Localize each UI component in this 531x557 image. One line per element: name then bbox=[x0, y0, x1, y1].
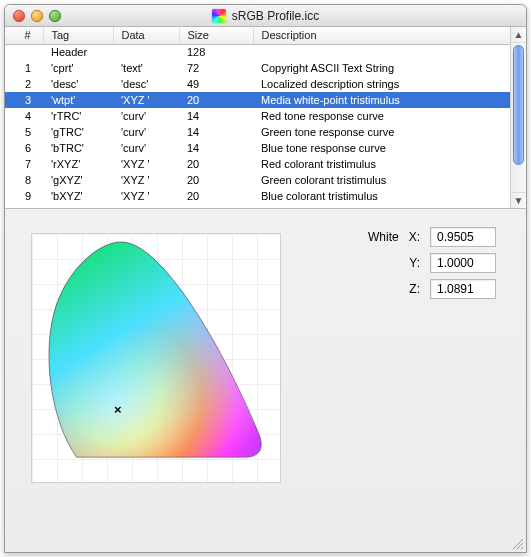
detail-pane: × White X: Y: Z: bbox=[5, 209, 526, 552]
col-header-num[interactable]: # bbox=[5, 27, 43, 44]
cell-data: 'curv' bbox=[113, 140, 179, 156]
cell-tag: 'gXYZ' bbox=[43, 172, 113, 188]
cell-num: 9 bbox=[5, 188, 43, 204]
tag-table: # Tag Data Size Description Header1281'c… bbox=[5, 27, 510, 204]
cell-num: 8 bbox=[5, 172, 43, 188]
cell-data: 'XYZ ' bbox=[113, 188, 179, 204]
cell-desc: Media white-point tristimulus bbox=[253, 92, 510, 108]
window-title-area: sRGB Profile.icc bbox=[5, 9, 526, 23]
cell-data: 'text' bbox=[113, 60, 179, 76]
cell-data: 'XYZ ' bbox=[113, 156, 179, 172]
cell-tag: 'desc' bbox=[43, 76, 113, 92]
resize-grip-icon[interactable] bbox=[510, 536, 524, 550]
cell-size: 20 bbox=[179, 92, 253, 108]
cell-num: 2 bbox=[5, 76, 43, 92]
cell-num: 5 bbox=[5, 124, 43, 140]
window-title: sRGB Profile.icc bbox=[232, 9, 319, 23]
table-row[interactable]: Header128 bbox=[5, 44, 510, 60]
cell-tag: 'gTRC' bbox=[43, 124, 113, 140]
cell-desc: Blue tone response curve bbox=[253, 140, 510, 156]
label-x: X: bbox=[409, 230, 422, 244]
table-row[interactable]: 8'gXYZ''XYZ '20Green colorant tristimulu… bbox=[5, 172, 510, 188]
cell-size: 20 bbox=[179, 188, 253, 204]
cell-tag: 'wtpt' bbox=[43, 92, 113, 108]
col-header-tag[interactable]: Tag bbox=[43, 27, 113, 44]
cell-data bbox=[113, 44, 179, 60]
table-row[interactable]: 6'bTRC''curv'14Blue tone response curve bbox=[5, 140, 510, 156]
cell-desc: Green tone response curve bbox=[253, 124, 510, 140]
titlebar[interactable]: sRGB Profile.icc bbox=[5, 5, 526, 27]
cell-num: 3 bbox=[5, 92, 43, 108]
zoom-button[interactable] bbox=[49, 10, 61, 22]
col-header-size[interactable]: Size bbox=[179, 27, 253, 44]
cell-data: 'desc' bbox=[113, 76, 179, 92]
table-row[interactable]: 3'wtpt''XYZ '20Media white-point tristim… bbox=[5, 92, 510, 108]
table-row[interactable]: 1'cprt''text'72Copyright ASCII Text Stri… bbox=[5, 60, 510, 76]
coordinate-fields: White X: Y: Z: bbox=[368, 227, 496, 299]
cell-num bbox=[5, 44, 43, 60]
cell-size: 20 bbox=[179, 156, 253, 172]
close-button[interactable] bbox=[13, 10, 25, 22]
cell-desc: Blue colorant tristimulus bbox=[253, 188, 510, 204]
cell-tag: 'rXYZ' bbox=[43, 156, 113, 172]
table-scroll-area[interactable]: # Tag Data Size Description Header1281'c… bbox=[5, 27, 510, 208]
cell-num: 4 bbox=[5, 108, 43, 124]
col-header-desc[interactable]: Description bbox=[253, 27, 510, 44]
cell-tag: 'cprt' bbox=[43, 60, 113, 76]
cell-size: 14 bbox=[179, 140, 253, 156]
chromaticity-diagram: × bbox=[31, 233, 281, 483]
cell-desc: Red colorant tristimulus bbox=[253, 156, 510, 172]
cell-desc: Copyright ASCII Text String bbox=[253, 60, 510, 76]
table-row[interactable]: 9'bXYZ''XYZ '20Blue colorant tristimulus bbox=[5, 188, 510, 204]
cell-desc bbox=[253, 44, 510, 60]
scroll-thumb[interactable] bbox=[513, 45, 524, 165]
document-icon bbox=[212, 9, 226, 23]
label-z: Z: bbox=[409, 282, 422, 296]
window: sRGB Profile.icc # Tag Data Size Descrip… bbox=[4, 4, 527, 553]
table-header-row: # Tag Data Size Description bbox=[5, 27, 510, 44]
table-row[interactable]: 5'gTRC''curv'14Green tone response curve bbox=[5, 124, 510, 140]
vertical-scrollbar[interactable]: ▲ ▼ bbox=[510, 27, 526, 208]
cell-desc: Red tone response curve bbox=[253, 108, 510, 124]
cell-data: 'XYZ ' bbox=[113, 172, 179, 188]
input-z[interactable] bbox=[430, 279, 496, 299]
cell-desc: Green colorant tristimulus bbox=[253, 172, 510, 188]
cell-size: 49 bbox=[179, 76, 253, 92]
white-point-marker-icon: × bbox=[114, 402, 122, 417]
minimize-button[interactable] bbox=[31, 10, 43, 22]
cell-desc: Localized description strings bbox=[253, 76, 510, 92]
cell-size: 14 bbox=[179, 108, 253, 124]
table-row[interactable]: 2'desc''desc'49Localized description str… bbox=[5, 76, 510, 92]
cell-num: 6 bbox=[5, 140, 43, 156]
cell-size: 72 bbox=[179, 60, 253, 76]
table-container: # Tag Data Size Description Header1281'c… bbox=[5, 27, 526, 209]
scroll-up-arrow-icon[interactable]: ▲ bbox=[511, 27, 526, 43]
spectral-locus-icon bbox=[32, 234, 280, 482]
table-row[interactable]: 7'rXYZ''XYZ '20Red colorant tristimulus bbox=[5, 156, 510, 172]
cell-tag: 'bXYZ' bbox=[43, 188, 113, 204]
scroll-down-arrow-icon[interactable]: ▼ bbox=[511, 192, 526, 208]
input-x[interactable] bbox=[430, 227, 496, 247]
cell-num: 7 bbox=[5, 156, 43, 172]
cell-tag: 'bTRC' bbox=[43, 140, 113, 156]
cell-size: 20 bbox=[179, 172, 253, 188]
traffic-lights bbox=[13, 10, 61, 22]
cell-num: 1 bbox=[5, 60, 43, 76]
cell-data: 'curv' bbox=[113, 108, 179, 124]
cell-size: 14 bbox=[179, 124, 253, 140]
cell-data: 'XYZ ' bbox=[113, 92, 179, 108]
table-row[interactable]: 4'rTRC''curv'14Red tone response curve bbox=[5, 108, 510, 124]
label-y: Y: bbox=[409, 256, 422, 270]
field-label-white: White bbox=[368, 230, 401, 244]
svg-line-4 bbox=[521, 547, 523, 549]
col-header-data[interactable]: Data bbox=[113, 27, 179, 44]
cell-size: 128 bbox=[179, 44, 253, 60]
cell-tag: 'rTRC' bbox=[43, 108, 113, 124]
cell-tag: Header bbox=[43, 44, 113, 60]
input-y[interactable] bbox=[430, 253, 496, 273]
cell-data: 'curv' bbox=[113, 124, 179, 140]
